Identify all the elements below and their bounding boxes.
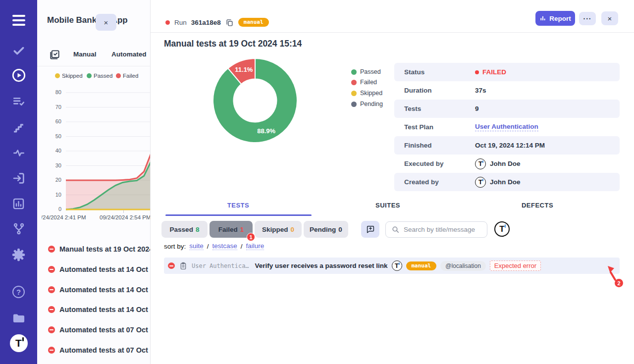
run-id: 361a18e8 (191, 19, 221, 26)
detail-row-testplan: Test Plan User Authentication (394, 118, 620, 136)
run-list-item[interactable]: Manual tests at 19 Oct 2024 15:14 (37, 242, 150, 257)
copy-icon[interactable] (225, 18, 234, 27)
run-detail-pane: Run 361a18e8 manual Report ··· × Manual … (150, 0, 634, 364)
run-list-item[interactable]: Automated tests at 07 Oct 2024 (37, 322, 150, 337)
sort-by-suite[interactable]: suite (189, 242, 204, 250)
pending-count: 0 (338, 226, 342, 233)
test-result-row[interactable]: User Authentica… Verify user receives a … (164, 258, 620, 274)
clipboard-icon (179, 262, 187, 270)
panel-close-button[interactable]: × (96, 14, 116, 31)
results-donut-chart: 88.9%11.1% (212, 58, 298, 143)
close-run-button[interactable]: × (601, 11, 618, 25)
failed-test-icon (168, 262, 175, 269)
run-info: Run 361a18e8 manual (165, 18, 269, 27)
failed-run-icon (48, 266, 55, 273)
legend-passed[interactable]: Passed (87, 73, 112, 79)
donut-legend-skipped[interactable]: Skipped (351, 90, 382, 97)
failed-dot (475, 70, 479, 74)
more-button[interactable]: ··· (579, 12, 596, 25)
question-glyph: ? (12, 286, 25, 298)
failed-run-icon (48, 306, 55, 313)
tab-suites[interactable]: SUITES (314, 202, 462, 209)
xaxis-tick (123, 210, 124, 213)
run-list-item[interactable]: Automated tests at 14 Oct 2024 (37, 302, 150, 317)
run-type-badge: manual (238, 18, 269, 27)
legend-failed[interactable]: Failed (116, 73, 138, 79)
passed-dot (87, 73, 92, 78)
failed-run-icon (48, 246, 55, 253)
detail-row-duration: Duration 37s (394, 81, 620, 100)
run-label: Run (174, 19, 187, 26)
branch-icon[interactable] (0, 222, 37, 235)
filter-passed-button[interactable]: Passed8 (161, 221, 208, 238)
runs-icon[interactable] (0, 68, 37, 83)
user-avatar: T (475, 158, 486, 169)
sort-by-failure[interactable]: failure (246, 242, 264, 250)
status-value: FAILED (475, 68, 506, 76)
area-chart-xaxis: 09/24/2024 2:41 PM 09/24/2024 2:54 PM (42, 214, 150, 222)
donut-legend-failed[interactable]: Failed (351, 79, 377, 86)
failed-dot (116, 73, 121, 78)
report-button[interactable]: Report (535, 11, 575, 26)
active-tab-underline (165, 214, 312, 216)
logo-t-glyph: T (10, 334, 28, 352)
analytics-icon[interactable] (0, 197, 37, 210)
detail-row-finished: Finished Oct 19, 2024 12:14 PM (394, 136, 620, 155)
menu-bars (12, 15, 25, 26)
tab-defects[interactable]: DEFECTS (463, 202, 612, 209)
failed-run-icon (48, 286, 55, 293)
detail-row-executed-by: Executed by TJohn Doe (394, 155, 620, 173)
menu-icon[interactable] (0, 15, 37, 26)
settings-icon[interactable] (0, 248, 37, 262)
tab-manual[interactable]: Manual (73, 51, 97, 58)
app-root: ? T Mobile Banking App Manual Automated … (0, 0, 634, 364)
pull-runs-icon[interactable] (0, 171, 37, 185)
assignee-avatar: T (392, 260, 402, 271)
tag-localisation[interactable]: @localisation (440, 261, 486, 271)
tab-tests[interactable]: TESTS (164, 202, 313, 209)
run-list-item[interactable]: Automated tests at 14 Oct 2024 (37, 262, 150, 277)
test-type-badge: manual (406, 261, 437, 270)
search-box (385, 221, 487, 238)
projects-icon[interactable] (0, 311, 37, 325)
svg-text:11.1%: 11.1% (235, 66, 253, 73)
project-panel: Mobile Banking App Manual Automated Skip… (37, 0, 150, 364)
help-icon[interactable]: ? (0, 286, 37, 298)
run-header-bar: Run 361a18e8 manual Report ··· × (151, 0, 634, 33)
passed-count: 8 (196, 226, 200, 233)
comment-plus-icon (366, 225, 375, 234)
annotation-step-2: 2 (615, 279, 623, 287)
svg-text:88.9%: 88.9% (257, 127, 275, 135)
tab-automated[interactable]: Automated (111, 51, 147, 58)
run-status-dot (165, 20, 170, 25)
run-list-item[interactable]: Automated tests at 07 Oct 2024 (37, 343, 150, 358)
expected-error-label: Expected error (490, 260, 541, 271)
failed-dot (351, 80, 357, 85)
add-comment-button[interactable] (361, 221, 379, 238)
sort-by-testcase[interactable]: testcase (212, 242, 237, 250)
search-input[interactable] (385, 221, 487, 238)
suite-name: User Authentica… (192, 262, 249, 269)
testomat-logo[interactable]: T (0, 334, 37, 352)
tests-icon[interactable] (0, 44, 37, 57)
filter-failed-button[interactable]: Failed1 1 (210, 221, 253, 238)
sort-row: sort by: suite / testcase / failure (164, 242, 264, 250)
test-title: Verify user receives a password reset li… (255, 262, 388, 269)
donut-legend-passed[interactable]: Passed (351, 68, 381, 75)
steps-icon[interactable] (0, 121, 37, 134)
report-chart-icon (539, 15, 546, 22)
search-icon (391, 225, 400, 234)
sidebar: ? T (0, 0, 37, 364)
donut-legend-pending[interactable]: Pending (351, 101, 383, 107)
detail-row-created-by: Created by TJohn Doe (394, 173, 620, 191)
passed-dot (351, 69, 357, 75)
test-plan-link[interactable]: User Authentication (475, 123, 538, 131)
filter-pending-button[interactable]: Pending0 (304, 221, 348, 238)
assignee-avatar[interactable]: T (494, 221, 510, 237)
filter-skipped-button[interactable]: Skipped0 (255, 221, 302, 238)
activity-icon[interactable] (0, 147, 37, 159)
failed-run-icon (48, 347, 55, 354)
run-list-item[interactable]: Automated tests at 14 Oct 2024 (37, 282, 150, 297)
plans-icon[interactable] (0, 95, 37, 108)
skipped-dot (351, 91, 357, 96)
